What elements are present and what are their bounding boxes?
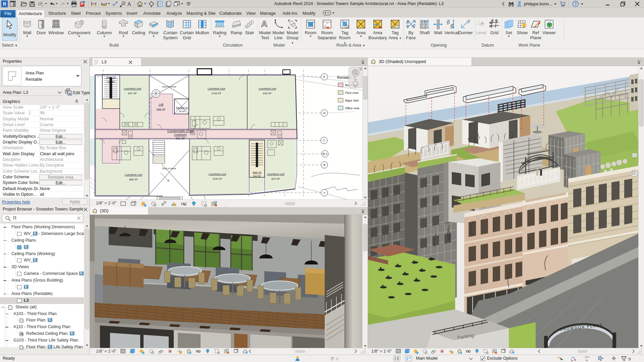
svg-text:C: C [323,139,325,142]
svg-text:1: 1 [346,26,347,28]
svg-text:647 SF: 647 SF [128,92,137,95]
svg-text:Common): Common) [174,133,186,136]
svg-text:Major Verti: Major Verti [345,99,359,102]
svg-text:Live/Work Unit: Live/Work Unit [259,87,276,90]
svg-text:Corridor/Utility (Floor: Corridor/Utility (Floor [167,129,194,133]
svg-text:Stair S3: Stair S3 [253,171,262,174]
svg-text:D: D [323,111,326,115]
svg-text:Floor Area: Floor Area [345,91,358,95]
svg-text:Live/Work Unit: Live/Work Unit [124,87,142,90]
svg-text:246 SF: 246 SF [107,81,115,83]
svg-text:1145 SF: 1145 SF [211,92,221,95]
svg-text:816 SF: 816 SF [263,92,272,95]
svg-text:885 SF: 885 SF [129,178,138,181]
svg-text:B.1: B.1 [323,152,327,156]
svg-text:Loft: Loft [159,103,164,106]
svg-text:A: A [323,191,325,194]
svg-text:Open to below: Open to below [162,167,176,170]
svg-text:A: A [127,1,131,7]
svg-text:841 SF: 841 SF [176,137,185,140]
svg-text:Elevator E2: Elevator E2 [176,107,188,109]
svg-text:Stair S2: Stair S2 [106,76,116,79]
svg-text:1: 1 [123,2,124,4]
svg-text:1190 SF: 1190 SF [212,177,222,180]
svg-text:FRC: FRC [618,93,627,98]
svg-text:Live/Work Unit: Live/Work Unit [267,173,285,176]
svg-text:Office Area: Office Area [345,107,359,110]
svg-text::0: :0 [335,357,338,361]
svg-text:A: A [261,19,268,29]
svg-text::0: :0 [628,357,631,361]
svg-text:Live/Work Unit: Live/Work Unit [209,173,226,176]
svg-text:49 SF: 49 SF [179,110,185,113]
svg-text:Open to below: Open to below [162,85,176,88]
svg-text:Live/Work Unit: Live/Work Unit [125,173,143,176]
svg-text:B: B [323,163,325,167]
svg-text:Live/Work Unit: Live/Work Unit [208,87,225,90]
svg-text:R: R [3,1,6,7]
svg-text:244 SF: 244 SF [253,175,261,178]
svg-text:289 SF: 289 SF [156,108,165,111]
svg-text:1: 1 [396,25,398,28]
svg-text:623 SF: 623 SF [271,177,280,180]
svg-text:E: E [323,75,325,78]
svg-text:?: ? [574,2,577,6]
svg-text:philippe.bonn...: philippe.bonn... [524,2,552,6]
